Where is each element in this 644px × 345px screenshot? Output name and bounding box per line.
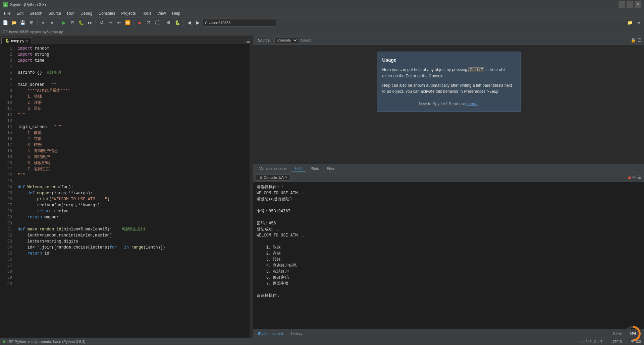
lsp-status: LSP Python: ready bbox=[7, 340, 38, 344]
main-layout: 🐍 temp.py ✕ ☰ 12345 678910 1112131415 16… bbox=[0, 36, 644, 338]
console-tab-close[interactable]: ✕ bbox=[285, 176, 287, 179]
preferences-button[interactable]: ≡ bbox=[39, 19, 47, 27]
help-options-icon[interactable]: ☰ bbox=[637, 38, 641, 43]
maximize-button[interactable]: □ bbox=[627, 1, 633, 8]
step-into-button[interactable]: ⇥ bbox=[106, 19, 114, 27]
open-files-button[interactable]: 📁 bbox=[626, 19, 634, 27]
bottom-history-btn[interactable]: History bbox=[289, 331, 304, 336]
usage-divider bbox=[382, 98, 515, 98]
editor-pane: 🐍 temp.py ✕ ☰ 12345 678910 1112131415 16… bbox=[0, 36, 253, 338]
input-icon: ⌨ bbox=[636, 339, 641, 344]
path-input[interactable] bbox=[203, 19, 276, 26]
speed-unit: k/s bbox=[618, 332, 622, 335]
menu-tools[interactable]: Tools bbox=[139, 10, 154, 16]
help-header-right: 🔒 ☰ bbox=[631, 38, 641, 43]
help-object-label: Object bbox=[301, 38, 312, 42]
close-button[interactable]: ✕ bbox=[635, 1, 641, 8]
help-content: Usage Here you can get help of any objec… bbox=[253, 45, 644, 164]
debug-button[interactable]: 🐛 bbox=[77, 19, 85, 27]
console-header-right: ■ ✏ ☰ bbox=[628, 175, 641, 180]
console-header: 🖥 Console 1/A ✕ ■ ✏ ☰ bbox=[253, 173, 644, 182]
toolbar-sep-5 bbox=[163, 20, 163, 26]
step-button[interactable]: ⏭ bbox=[86, 19, 94, 27]
tab-variable-explorer[interactable]: Variable explorer bbox=[256, 166, 290, 171]
toolbar-sep-2 bbox=[58, 20, 58, 26]
tab-plots[interactable]: Plots bbox=[307, 166, 322, 171]
menu-view[interactable]: View bbox=[155, 10, 169, 16]
editor-menu-button[interactable]: ☰ bbox=[246, 39, 250, 44]
toolbar-sep-4 bbox=[133, 20, 134, 26]
settings-button[interactable]: ⚙ bbox=[165, 19, 173, 27]
usage-text-2: Help can also be shown automatically aft… bbox=[382, 82, 515, 94]
usage-footer: New to Spyder? Read our tutorial bbox=[382, 101, 515, 106]
speed-label: 0.7k/s bbox=[613, 332, 622, 335]
console-panel: 🖥 Console 1/A ✕ ■ ✏ ☰ 请选择操作：1 WELCOM TO … bbox=[253, 173, 644, 338]
console-tab-label: Console 1/A bbox=[264, 176, 284, 180]
editor-tabs: 🐍 temp.py ✕ ☰ bbox=[0, 36, 253, 44]
toolbar-sep-1 bbox=[37, 20, 38, 26]
editor-tab-temp[interactable]: 🐍 temp.py ✕ bbox=[1, 37, 32, 44]
console-tab[interactable]: 🖥 Console 1/A ✕ bbox=[256, 175, 290, 181]
toolbar: 📄 📂 💾 ⊞ ≡ # ▶ ⊡ 🐛 ⏭ ↺ ⇥ ⇤ ⏩ ■ ⏱ ⛶ ⚙ 🐍 ◀ … bbox=[0, 17, 644, 28]
tab-files[interactable]: Files bbox=[323, 166, 338, 171]
breadcrumb: C:\Users\19836\.spyder-py3\temp.py bbox=[3, 30, 63, 34]
help-source-button[interactable]: Source bbox=[256, 38, 272, 43]
pane-options-button[interactable]: ≡ bbox=[635, 19, 643, 27]
menu-edit[interactable]: Edit bbox=[14, 10, 26, 16]
menu-help[interactable]: Help bbox=[169, 10, 183, 16]
editor-scrollbar[interactable] bbox=[250, 44, 253, 338]
menu-file[interactable]: File bbox=[1, 10, 13, 16]
code-area: 12345 678910 1112131415 1617181920 21222… bbox=[0, 44, 253, 338]
menu-bar: File Edit Search Source Run Debug Consol… bbox=[0, 9, 644, 17]
forward-button[interactable]: ▶ bbox=[194, 19, 202, 27]
console-interrupt-button[interactable]: ■ bbox=[628, 175, 631, 180]
tutorial-link[interactable]: tutorial bbox=[466, 101, 478, 106]
status-right: Line 242, Col 7 | UTF-8 | 中 ⌨ bbox=[578, 339, 641, 344]
console-edit-button[interactable]: ✏ bbox=[632, 175, 636, 180]
encoding-label: UTF-8 bbox=[611, 340, 622, 344]
menu-run[interactable]: Run bbox=[64, 10, 77, 16]
help-source-select[interactable]: Console bbox=[274, 37, 298, 43]
tab-help[interactable]: Help bbox=[291, 165, 306, 171]
new-file-button[interactable]: 📄 bbox=[1, 19, 9, 27]
console-content[interactable]: 请选择操作：1 WELCOM TO USE ATM.... 请登陆(q退出登陆)… bbox=[253, 182, 644, 329]
tab-filename: temp.py bbox=[11, 39, 24, 43]
continue-button[interactable]: ⏩ bbox=[124, 19, 132, 27]
anchor-button[interactable]: # bbox=[48, 19, 56, 27]
title-bar: S Spyder (Python 3.8) ─ □ ✕ bbox=[0, 0, 644, 9]
file-icon: 🐍 bbox=[5, 39, 10, 43]
code-content[interactable]: import random import string import time … bbox=[15, 44, 250, 338]
stop-button[interactable]: ■ bbox=[136, 19, 144, 27]
status-left: LSP Python: ready | conda: base (Python … bbox=[3, 340, 85, 344]
back-button[interactable]: ◀ bbox=[185, 19, 193, 27]
status-bar: LSP Python: ready | conda: base (Python … bbox=[0, 338, 644, 345]
run-cell-button[interactable]: ⊡ bbox=[68, 19, 76, 27]
open-file-button[interactable]: 📂 bbox=[10, 19, 18, 27]
run-button[interactable]: ▶ bbox=[60, 19, 68, 27]
menu-projects[interactable]: Projects bbox=[119, 10, 139, 16]
spyder-button[interactable]: 🐍 bbox=[173, 19, 181, 27]
maximize-pane-button[interactable]: ⛶ bbox=[153, 19, 161, 27]
title-bar-label: Spyder (Python 3.8) bbox=[10, 2, 46, 7]
window-controls: ─ □ ✕ bbox=[619, 1, 641, 8]
lock-icon[interactable]: 🔒 bbox=[631, 38, 636, 43]
profile-button[interactable]: ⏱ bbox=[144, 19, 152, 27]
bottom-ipython-btn[interactable]: IPython console bbox=[256, 331, 286, 336]
step-out-button[interactable]: ⇤ bbox=[115, 19, 123, 27]
menu-source[interactable]: Source bbox=[46, 10, 64, 16]
cursor-position: Line 242, Col 7 bbox=[578, 340, 602, 344]
reset-button[interactable]: ↺ bbox=[98, 19, 106, 27]
line-numbers: 12345 678910 1112131415 1617181920 21222… bbox=[0, 44, 15, 338]
save-file-button[interactable]: 💾 bbox=[19, 19, 27, 27]
tab-close-icon[interactable]: ✕ bbox=[25, 39, 28, 43]
menu-debug[interactable]: Debug bbox=[78, 10, 95, 16]
gauge-percent: 49% bbox=[630, 332, 636, 336]
save-all-button[interactable]: ⊞ bbox=[28, 19, 36, 27]
menu-consoles[interactable]: Consoles bbox=[96, 10, 118, 16]
editor-tab-actions: ☰ bbox=[246, 39, 252, 44]
console-options-button[interactable]: ☰ bbox=[637, 175, 641, 180]
help-bottom-tabs: Variable explorer Help Plots Files bbox=[253, 164, 644, 172]
menu-search[interactable]: Search bbox=[27, 10, 45, 16]
usage-text-1: Here you can get help of any object by p… bbox=[382, 67, 515, 79]
minimize-button[interactable]: ─ bbox=[619, 1, 625, 8]
